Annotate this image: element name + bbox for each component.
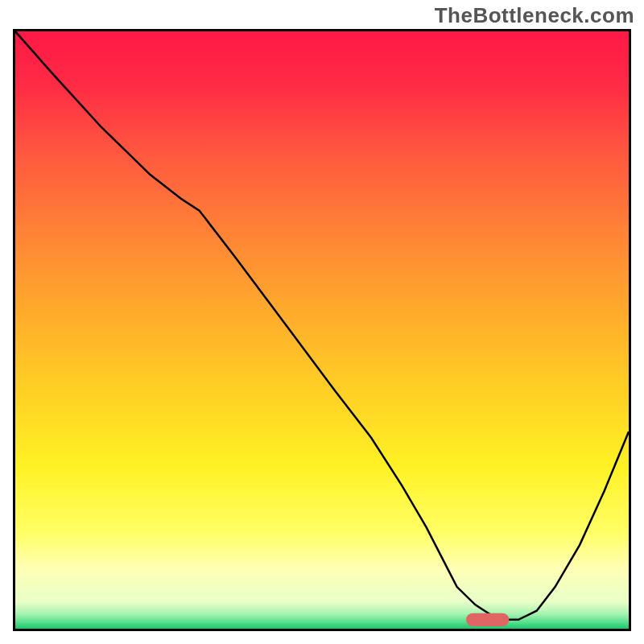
chart-frame: TheBottleneck.com	[0, 0, 644, 644]
plot-area	[13, 29, 631, 631]
watermark-text: TheBottleneck.com	[435, 3, 634, 28]
plot-svg	[15, 31, 629, 629]
gradient-bg	[15, 31, 629, 629]
sweet-spot-marker	[466, 613, 509, 626]
